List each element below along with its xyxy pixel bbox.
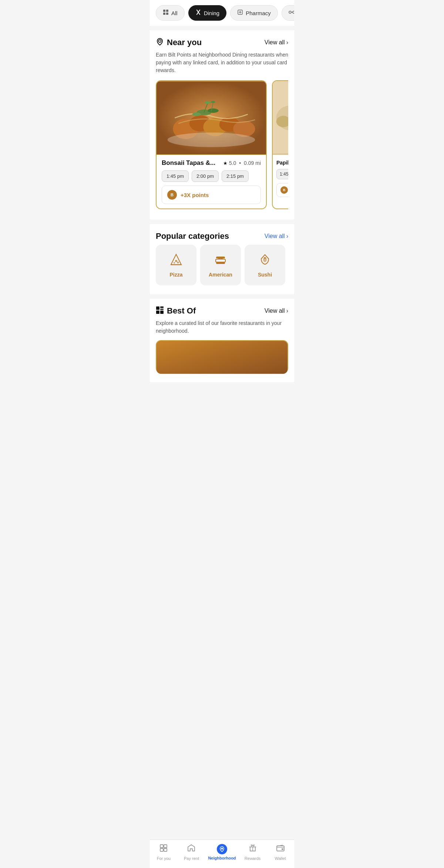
svg-point-33 [177, 261, 179, 263]
sushi-label: Sushi [258, 272, 272, 278]
svg-point-10 [293, 11, 294, 13]
restaurant-image-bonsaii [157, 81, 266, 155]
chevron-right-icon: › [286, 39, 288, 46]
near-you-title-row: Near you [156, 38, 202, 47]
filter-pharmacy[interactable]: Pharmacy [230, 5, 278, 21]
near-you-section: Near you View all › Earn Bilt Points at … [150, 30, 294, 220]
best-of-title: Best Of [167, 306, 196, 316]
category-pizza[interactable]: Pizza [156, 245, 196, 285]
filter-fitness[interactable]: Fitne… [282, 5, 294, 21]
pharmacy-icon [237, 9, 243, 17]
bilt-icon: B [167, 190, 177, 200]
points-box-bonsaii[interactable]: B +3X points [162, 186, 261, 204]
category-sushi[interactable]: Sushi [245, 245, 285, 285]
svg-rect-0 [163, 10, 165, 12]
svg-rect-2 [163, 13, 165, 15]
chevron-right-categories-icon: › [286, 233, 288, 240]
pizza-label: Pizza [169, 272, 182, 278]
american-label: American [209, 272, 232, 278]
all-icon [163, 9, 169, 17]
filter-pharmacy-label: Pharmacy [246, 10, 271, 16]
card-body-papillo: Papillo... 1:45 B [273, 155, 288, 201]
svg-point-25 [211, 101, 215, 103]
filter-dining-label: Dining [204, 10, 220, 16]
svg-point-21 [192, 112, 201, 116]
popular-categories-section: Popular categories View all › Pizza [150, 224, 294, 294]
svg-point-39 [264, 257, 266, 259]
categories-header: Popular categories View all › [156, 231, 288, 241]
near-you-subtitle: Earn Bilt Points at Neighborhood Dining … [156, 51, 288, 74]
svg-rect-45 [156, 311, 159, 314]
near-you-header: Near you View all › [156, 38, 288, 47]
svg-point-9 [289, 11, 291, 13]
best-of-card[interactable] [156, 340, 288, 373]
svg-point-20 [208, 108, 219, 113]
american-icon [214, 253, 227, 269]
filter-all-label: All [171, 10, 178, 16]
time-slot-2[interactable]: 2:00 pm [192, 170, 219, 182]
best-of-title-row: Best Of [156, 306, 196, 316]
category-american[interactable]: American [200, 245, 241, 285]
time-slots-bonsaii: 1:45 pm 2:00 pm 2:15 pm [162, 170, 261, 182]
best-of-section: Best Of View all › Explore a curated lis… [150, 299, 294, 382]
svg-point-24 [205, 101, 211, 104]
restaurant-meta-bonsaii: ★ 5.0 • 0.09 mi [223, 160, 261, 166]
svg-rect-1 [166, 10, 168, 12]
time-slot-papillo-1[interactable]: 1:45 [276, 169, 288, 179]
filter-dining[interactable]: Dining [188, 5, 227, 21]
restaurant-name-papillo: Papillo... [276, 160, 288, 166]
bilt-icon-papillo: B [280, 186, 288, 194]
best-of-view-all[interactable]: View all › [265, 308, 288, 314]
filter-all[interactable]: All [156, 5, 185, 21]
time-slot-1[interactable]: 1:45 pm [162, 170, 189, 182]
restaurant-image-papillo [273, 81, 288, 155]
svg-rect-47 [157, 341, 287, 374]
svg-rect-42 [156, 306, 159, 310]
fitness-icon [289, 9, 294, 17]
filter-bar: All Dining Pharmacy Fit [150, 0, 294, 26]
bestof-grid-icon [156, 306, 164, 316]
svg-rect-46 [160, 311, 164, 314]
points-box-papillo[interactable]: B [276, 183, 288, 197]
restaurant-scroll[interactable]: Bonsaii Tapas &... ★ 5.0 • 0.09 mi 1:45 … [156, 80, 288, 211]
near-you-title: Near you [167, 38, 202, 47]
svg-rect-43 [160, 306, 164, 308]
card-body-bonsaii: Bonsaii Tapas &... ★ 5.0 • 0.09 mi 1:45 … [157, 155, 266, 208]
best-of-header: Best Of View all › [156, 306, 288, 316]
near-you-view-all[interactable]: View all › [265, 39, 288, 46]
restaurant-name-bonsaii: Bonsaii Tapas &... [162, 159, 215, 167]
time-slots-papillo: 1:45 [276, 169, 288, 179]
chevron-right-bestof-icon: › [286, 308, 288, 314]
svg-point-12 [159, 40, 161, 43]
categories-grid: Pizza American [156, 245, 288, 285]
restaurant-card-papillo[interactable]: Papillo... 1:45 B [272, 80, 288, 209]
best-of-subtitle: Explore a curated list of our favorite r… [156, 319, 288, 335]
restaurant-card-bonsaii[interactable]: Bonsaii Tapas &... ★ 5.0 • 0.09 mi 1:45 … [156, 80, 267, 209]
svg-point-32 [174, 262, 175, 264]
pizza-icon [169, 253, 183, 269]
page-bottom-spacer [150, 382, 294, 416]
dining-icon [195, 9, 201, 17]
svg-rect-3 [166, 13, 168, 15]
svg-rect-36 [216, 259, 225, 262]
time-slot-3[interactable]: 2:15 pm [222, 170, 249, 182]
location-icon [156, 38, 164, 47]
sushi-icon [258, 253, 272, 269]
categories-title: Popular categories [156, 231, 229, 241]
svg-point-31 [175, 260, 177, 262]
star-icon: ★ [223, 160, 228, 166]
svg-point-26 [168, 132, 255, 147]
categories-view-all[interactable]: View all › [265, 233, 288, 240]
svg-rect-37 [216, 262, 225, 264]
svg-rect-44 [160, 309, 164, 310]
